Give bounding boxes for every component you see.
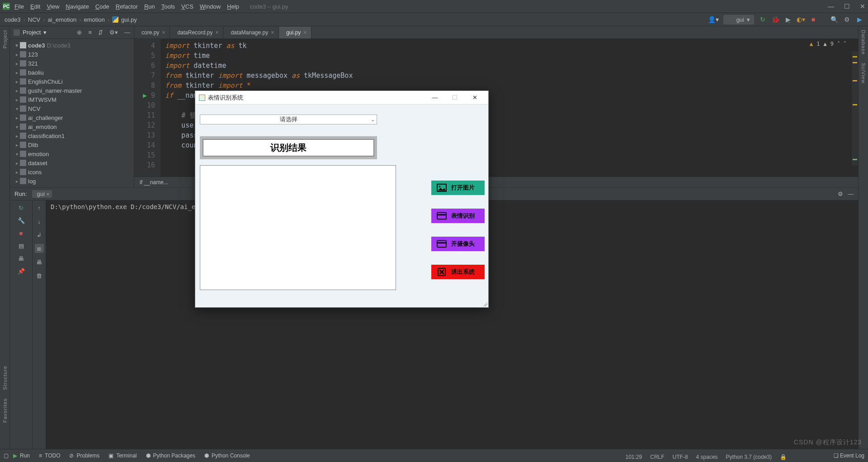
- marker-strip[interactable]: [852, 52, 858, 166]
- stop-icon[interactable]: ■: [17, 229, 26, 238]
- scroll-to-end-icon[interactable]: ≣: [35, 244, 44, 253]
- stop-icon[interactable]: ■: [809, 15, 817, 24]
- tree-item[interactable]: ▸321: [10, 59, 134, 68]
- tree-item[interactable]: ▸baoliu: [10, 68, 134, 77]
- inspection-summary[interactable]: ▲1 ▲9 ˄ ˅: [810, 41, 846, 47]
- tree-item[interactable]: ▾emotion: [10, 149, 134, 158]
- crumb-0[interactable]: code3: [5, 16, 20, 23]
- crumb-2[interactable]: ai_emotion: [48, 16, 77, 23]
- tree-item[interactable]: ▸icons: [10, 167, 134, 176]
- encoding[interactable]: UTF-8: [673, 454, 688, 460]
- tab-core-py[interactable]: core.py×: [134, 27, 170, 38]
- tree-root[interactable]: ▼ code3 D:\code3: [10, 41, 134, 50]
- tree-item[interactable]: ▸Dlib: [10, 140, 134, 149]
- open-image-button[interactable]: 打开图片: [431, 181, 485, 195]
- wrench-icon[interactable]: 🔧: [17, 216, 26, 225]
- menu-view[interactable]: View: [47, 3, 59, 10]
- rerun-icon[interactable]: ↻: [17, 203, 26, 212]
- up-icon[interactable]: ↑: [35, 203, 44, 212]
- gear-icon[interactable]: ⚙: [838, 191, 843, 197]
- menu-help[interactable]: Help: [227, 3, 239, 10]
- select-open-file-icon[interactable]: ⊕: [77, 29, 82, 36]
- line-sep[interactable]: CRLF: [650, 454, 664, 460]
- expand-all-icon[interactable]: ≡: [88, 29, 92, 36]
- run-config-selector[interactable]: gui ▾: [723, 15, 754, 24]
- sb-run[interactable]: ▶Run: [9, 452, 34, 459]
- pin-icon[interactable]: 📌: [17, 267, 26, 276]
- maximize-icon[interactable]: ☐: [844, 3, 850, 10]
- lock-icon[interactable]: 🔒: [780, 454, 787, 460]
- hide-icon[interactable]: —: [124, 29, 130, 36]
- tree-item[interactable]: ▸dataset: [10, 158, 134, 167]
- exit-button[interactable]: 退出系统: [431, 265, 485, 279]
- print-icon[interactable]: 🖶: [17, 254, 26, 263]
- minimize-icon[interactable]: —: [828, 3, 834, 10]
- close-icon[interactable]: ×: [271, 29, 274, 36]
- crumb-1[interactable]: NCV: [28, 16, 40, 23]
- run-icon[interactable]: ↻: [759, 15, 767, 24]
- sb-pyconsole[interactable]: ⬢ Python Console: [200, 452, 255, 459]
- rail-structure[interactable]: Structure: [2, 366, 8, 390]
- close-icon[interactable]: ×: [47, 191, 49, 197]
- menu-run[interactable]: Run: [144, 3, 155, 10]
- tab-gui-py[interactable]: gui.py×: [279, 27, 311, 38]
- profile-icon[interactable]: ◐▾: [797, 15, 805, 24]
- close-icon[interactable]: ✕: [860, 3, 865, 10]
- menu-refactor[interactable]: Refactor: [116, 3, 138, 10]
- tab-dataManage-py[interactable]: dataManage.py×: [223, 27, 279, 38]
- gear-icon[interactable]: ⚙▾: [109, 29, 118, 36]
- recognize-button[interactable]: 表情识别: [431, 209, 485, 223]
- debug-icon[interactable]: 🐞: [771, 15, 779, 24]
- model-combobox[interactable]: 请选择 ⌄: [200, 114, 377, 124]
- resize-grip[interactable]: [482, 301, 487, 306]
- crumb-3[interactable]: emotion: [84, 16, 105, 23]
- indent[interactable]: 4 spaces: [696, 454, 718, 460]
- rail-project[interactable]: Project: [2, 30, 8, 48]
- menu-window[interactable]: Window: [200, 3, 221, 10]
- caret-pos[interactable]: 101:29: [626, 454, 642, 460]
- play-icon[interactable]: ▶: [855, 15, 863, 24]
- editor-tabs[interactable]: core.py×dataRecord.py×dataManage.py×gui.…: [134, 26, 858, 39]
- sb-problems[interactable]: ⊘ Problems: [65, 452, 104, 459]
- sb-eventlog[interactable]: ❏ Event Log: [834, 452, 864, 459]
- menu-code[interactable]: Code: [95, 3, 109, 10]
- menu-edit[interactable]: Edit: [30, 3, 40, 10]
- settings-icon[interactable]: ⚙: [843, 15, 851, 24]
- tree-item[interactable]: ▸IMTWSVM: [10, 95, 134, 104]
- menu-tools[interactable]: Tools: [161, 3, 175, 10]
- tree-item[interactable]: ▾NCV: [10, 104, 134, 113]
- tree-item[interactable]: ▸gushi_namer-master: [10, 86, 134, 95]
- close-icon[interactable]: ×: [215, 29, 218, 36]
- chevron-down-icon[interactable]: ▾: [43, 29, 47, 36]
- coverage-icon[interactable]: ▶̤: [784, 15, 792, 24]
- tree-item[interactable]: ▾ai_emotion: [10, 122, 134, 131]
- tree-item[interactable]: ▸log: [10, 176, 134, 186]
- menu-vcs[interactable]: VCS: [181, 3, 193, 10]
- rail-favorites[interactable]: Favorites: [2, 398, 8, 423]
- breadcrumb[interactable]: code3›NCV›ai_emotion›emotion›gui.py: [5, 16, 137, 23]
- tree-item[interactable]: ▸EnglishChuLi: [10, 77, 134, 86]
- next-highlight-icon[interactable]: ˅: [844, 41, 846, 47]
- account-icon[interactable]: 👤▾: [708, 16, 719, 23]
- tree-item[interactable]: ▸ai_challenger: [10, 113, 134, 122]
- project-tree[interactable]: ▼ code3 D:\code3 ▸123▸321▸baoliu▸English…: [10, 39, 134, 187]
- tw-button-icon[interactable]: ▢: [4, 452, 9, 459]
- project-pane-title[interactable]: Project: [23, 29, 41, 36]
- hide-icon[interactable]: —: [848, 191, 854, 197]
- rail-sciview[interactable]: SciView: [861, 63, 866, 84]
- search-icon[interactable]: 🔍: [830, 15, 838, 24]
- close-icon[interactable]: ✕: [465, 94, 485, 101]
- clear-icon[interactable]: 🗑: [35, 271, 44, 280]
- prev-highlight-icon[interactable]: ˄: [837, 41, 840, 47]
- crumb-4[interactable]: gui.py: [121, 16, 137, 23]
- run-config-chip[interactable]: gui ×: [32, 190, 52, 198]
- tree-item[interactable]: ▸classification1: [10, 131, 134, 140]
- sb-packages[interactable]: ⬢ Python Packages: [142, 452, 200, 459]
- close-icon[interactable]: ×: [303, 29, 307, 36]
- sb-todo[interactable]: ≡ TODO: [34, 452, 65, 459]
- print-icon[interactable]: 🖶: [35, 257, 44, 267]
- main-menu[interactable]: FileEditViewNavigateCodeRefactorRunTools…: [14, 3, 239, 10]
- layout-icon[interactable]: ▤: [17, 241, 26, 250]
- open-camera-button[interactable]: 开摄像头: [431, 237, 485, 251]
- down-icon[interactable]: ↓: [35, 217, 44, 226]
